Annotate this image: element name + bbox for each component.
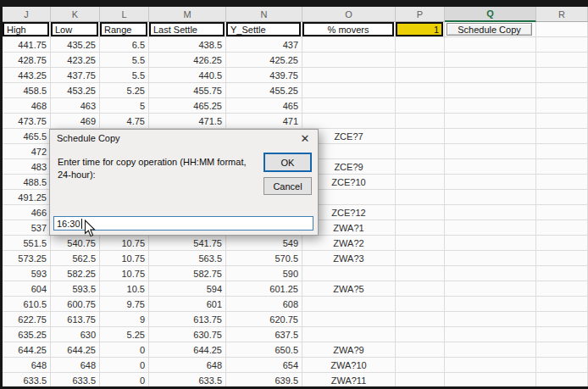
grid-cell-K19[interactable]: 600.75 [51, 297, 100, 312]
grid-cell-Q4[interactable] [445, 68, 536, 83]
grid-cell-L22[interactable]: 0 [100, 342, 149, 358]
grid-cell-Q10[interactable] [445, 159, 536, 175]
grid-cell-R14[interactable] [536, 220, 588, 236]
grid-cell-R12[interactable] [536, 190, 588, 205]
grid-cell-P10[interactable] [396, 159, 445, 175]
dialog-title-bar[interactable]: Schedule Copy ✕ [50, 130, 318, 147]
grid-cell-P7[interactable] [396, 114, 445, 129]
grid-cell-N18[interactable]: 601.25 [226, 281, 302, 297]
grid-cell-Q14[interactable] [445, 220, 536, 236]
grid-cell-Q16[interactable] [445, 251, 536, 266]
grid-cell-L16[interactable]: 10.75 [100, 251, 149, 266]
grid-cell-L18[interactable]: 10.5 [100, 281, 149, 297]
grid-cell-N24[interactable]: 639.5 [226, 373, 302, 386]
grid-cell-Q7[interactable] [445, 114, 536, 129]
grid-cell-J11[interactable]: 488.5 [3, 175, 51, 190]
grid-cell-M6[interactable]: 465.25 [149, 98, 226, 114]
grid-cell-M7[interactable]: 471.5 [149, 114, 226, 129]
grid-cell-O3[interactable] [302, 53, 396, 68]
column-letter-K[interactable]: K [51, 7, 100, 22]
grid-cell-K24[interactable]: 633.5 [51, 373, 100, 386]
grid-cell-O20[interactable] [302, 312, 396, 327]
grid-cell-Q6[interactable] [445, 98, 536, 114]
grid-cell-L7[interactable]: 4.75 [100, 114, 149, 129]
grid-cell-K4[interactable]: 437.75 [51, 68, 100, 83]
grid-cell-K15[interactable]: 540.75 [51, 236, 100, 251]
grid-cell-N20[interactable]: 620.75 [226, 312, 302, 327]
column-letter-L[interactable]: L [100, 7, 149, 22]
grid-cell-J6[interactable]: 468 [3, 98, 51, 114]
grid-cell-P18[interactable] [396, 281, 445, 297]
grid-cell-P16[interactable] [396, 251, 445, 266]
grid-cell-J15[interactable]: 551.5 [3, 236, 51, 251]
schedule-copy-button[interactable]: Schedule Copy [447, 23, 532, 36]
grid-cell-Q3[interactable] [445, 53, 536, 68]
grid-cell-Q18[interactable] [445, 281, 536, 297]
grid-cell-N19[interactable]: 608 [226, 297, 302, 312]
grid-cell-P19[interactable] [396, 297, 445, 312]
column-letter-O[interactable]: O [302, 7, 396, 22]
grid-cell-L15[interactable]: 10.75 [100, 236, 149, 251]
grid-cell-P8[interactable] [396, 129, 445, 144]
grid-cell-L17[interactable]: 10.75 [100, 266, 149, 281]
grid-cell-R20[interactable] [536, 312, 588, 327]
grid-cell-J5[interactable]: 458.5 [3, 83, 51, 98]
grid-cell-N22[interactable]: 650.5 [226, 342, 302, 358]
grid-cell-R2[interactable] [536, 37, 588, 53]
column-letter-J[interactable]: J [3, 7, 51, 22]
grid-cell-Q13[interactable] [445, 205, 536, 220]
cancel-button[interactable]: Cancel [263, 177, 312, 195]
grid-cell-K6[interactable]: 463 [51, 98, 100, 114]
grid-cell-O4[interactable] [302, 68, 396, 83]
column-letter-Q[interactable]: Q [445, 7, 536, 22]
grid-cell-N6[interactable]: 465 [226, 98, 302, 114]
column-letter-R[interactable]: R [536, 7, 588, 22]
grid-cell-O7[interactable] [302, 114, 396, 129]
grid-cell-R15[interactable] [536, 236, 588, 251]
grid-cell-N23[interactable]: 654 [226, 358, 302, 373]
grid-cell-R9[interactable] [536, 144, 588, 159]
grid-cell-P5[interactable] [396, 83, 445, 98]
grid-cell-P4[interactable] [396, 68, 445, 83]
header-cell-O[interactable]: % movers [302, 22, 396, 37]
header-cell-N[interactable]: Y_Settle [226, 22, 302, 37]
grid-cell-P12[interactable] [396, 190, 445, 205]
grid-cell-Q2[interactable] [445, 37, 536, 53]
grid-cell-P13[interactable] [396, 205, 445, 220]
close-icon[interactable]: ✕ [292, 130, 318, 147]
grid-cell-R8[interactable] [536, 129, 588, 144]
grid-cell-J14[interactable]: 537 [3, 220, 51, 236]
grid-cell-O17[interactable] [302, 266, 396, 281]
grid-cell-K16[interactable]: 562.5 [51, 251, 100, 266]
header-cell-R[interactable] [536, 22, 588, 37]
grid-cell-O24[interactable]: ZWA?11 [302, 373, 396, 386]
grid-cell-N2[interactable]: 437 [226, 37, 302, 53]
grid-cell-R3[interactable] [536, 53, 588, 68]
grid-cell-L5[interactable]: 5.25 [100, 83, 149, 98]
grid-cell-R23[interactable] [536, 358, 588, 373]
grid-cell-K17[interactable]: 582.25 [51, 266, 100, 281]
grid-cell-P20[interactable] [396, 312, 445, 327]
grid-cell-Q21[interactable] [445, 327, 536, 342]
grid-cell-R7[interactable] [536, 114, 588, 129]
grid-cell-R16[interactable] [536, 251, 588, 266]
header-cell-M[interactable]: Last Settle [149, 22, 226, 37]
grid-cell-L23[interactable]: 0 [100, 358, 149, 373]
grid-cell-M20[interactable]: 613.75 [149, 312, 226, 327]
grid-cell-Q23[interactable] [445, 358, 536, 373]
grid-cell-J13[interactable]: 466 [3, 205, 51, 220]
grid-cell-N7[interactable]: 471 [226, 114, 302, 129]
grid-cell-M18[interactable]: 594 [149, 281, 226, 297]
grid-cell-M19[interactable]: 601 [149, 297, 226, 312]
grid-cell-P24[interactable] [396, 373, 445, 386]
grid-cell-M5[interactable]: 455.75 [149, 83, 226, 98]
grid-cell-O22[interactable]: ZWA?9 [302, 342, 396, 358]
time-input[interactable]: 16:30 [53, 216, 313, 231]
grid-cell-N4[interactable]: 439.75 [226, 68, 302, 83]
grid-cell-O19[interactable] [302, 297, 396, 312]
grid-cell-M2[interactable]: 438.5 [149, 37, 226, 53]
grid-cell-Q5[interactable] [445, 83, 536, 98]
grid-cell-P17[interactable] [396, 266, 445, 281]
grid-cell-Q15[interactable] [445, 236, 536, 251]
grid-cell-M23[interactable]: 648 [149, 358, 226, 373]
